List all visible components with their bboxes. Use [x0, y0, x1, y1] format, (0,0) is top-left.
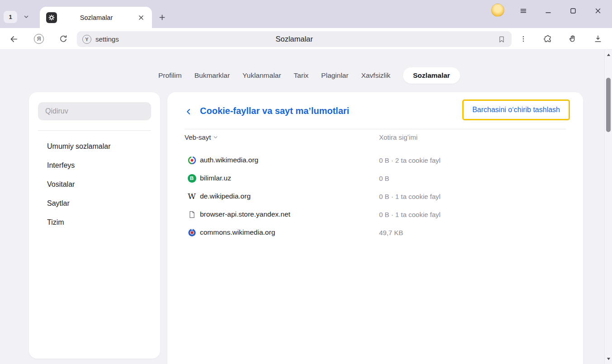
table-row[interactable]: browser-api.store.yandex.net 0 B · 1 ta … — [167, 205, 583, 223]
document-favicon — [187, 210, 196, 219]
close-button[interactable] — [592, 5, 604, 17]
table-row[interactable]: auth.wikimedia.org 0 B · 2 ta cookie fay… — [167, 151, 583, 169]
settings-gear-icon — [46, 12, 57, 23]
table-row[interactable]: B bilimlar.uz 0 B — [167, 169, 583, 187]
table-row[interactable]: commons.wikimedia.org 49,7 KB — [167, 223, 583, 241]
sort-chevron-icon — [213, 133, 218, 141]
site-storage: 49,7 KB — [379, 228, 403, 237]
tab-sozlamalar[interactable]: Sozlamalar — [40, 7, 152, 28]
sidebar-item-tizim[interactable]: Tizim — [29, 213, 160, 232]
settings-sidebar: Umumiy sozlamalar Interfeys Vositalar Sa… — [29, 92, 160, 359]
tab-group-chip[interactable]: 1 — [4, 11, 17, 23]
sort-by-site-control[interactable]: Veb-sayt — [185, 133, 218, 141]
back-chevron-icon[interactable] — [183, 106, 195, 118]
site-list: auth.wikimedia.org 0 B · 2 ta cookie fay… — [167, 151, 583, 241]
settings-page: Profilim Bukmarklar Yuklanmalar Tarix Pl… — [0, 50, 604, 364]
sidebar-list: Umumiy sozlamalar Interfeys Vositalar Sa… — [29, 137, 160, 232]
avatar[interactable] — [491, 4, 504, 17]
tab-close-icon[interactable] — [136, 12, 147, 23]
address-bar[interactable]: Y settings Sozlamalar — [77, 31, 512, 47]
chevron-down-icon — [24, 13, 29, 21]
extensions-puzzle-icon[interactable] — [541, 33, 554, 45]
address-url: settings — [95, 35, 119, 43]
tab-sozlamalar[interactable]: Sozlamalar — [403, 67, 460, 84]
tab-strip: 1 Sozlamalar — [0, 0, 612, 28]
cookies-header: Cookie-fayllar va sayt maʼlumotlari Barc… — [167, 92, 583, 129]
downloads-icon[interactable] — [592, 33, 604, 45]
delete-all-label: Barchasini oʻchirib tashlash — [472, 106, 560, 114]
reload-button[interactable] — [57, 33, 70, 45]
address-page-title: Sozlamalar — [77, 35, 512, 43]
maximize-button[interactable] — [567, 5, 579, 17]
scrollbar-thumb[interactable] — [606, 78, 611, 132]
site-name: commons.wikimedia.org — [200, 228, 275, 237]
browser-window: 1 Sozlamalar — [0, 0, 612, 364]
sidebar-item-umumiy-sozlamalar[interactable]: Umumiy sozlamalar — [29, 137, 160, 156]
wikipedia-favicon: W — [187, 192, 196, 201]
cookies-panel: Cookie-fayllar va sayt maʼlumotlari Barc… — [167, 92, 583, 364]
scroll-down-icon[interactable] — [605, 355, 612, 363]
site-name: de.wikipedia.org — [200, 192, 251, 201]
minimize-button[interactable] — [542, 5, 555, 17]
search-input[interactable] — [38, 102, 151, 120]
bilimlar-favicon: B — [187, 174, 196, 183]
site-name: auth.wikimedia.org — [200, 156, 258, 165]
back-button[interactable] — [7, 33, 20, 45]
scroll-up-icon[interactable] — [605, 51, 612, 59]
wikimedia-commons-favicon — [187, 228, 196, 237]
site-storage: 0 B — [379, 174, 389, 183]
column-size-label: Xotira sigʻimi — [379, 133, 417, 141]
bookmark-icon[interactable] — [496, 34, 507, 45]
column-site-label: Veb-sayt — [185, 133, 211, 141]
tab-yuklanmalar[interactable]: Yuklanmalar — [242, 67, 281, 84]
site-name: browser-api.store.yandex.net — [200, 210, 290, 219]
header-divider — [185, 129, 566, 129]
page-title: Cookie-fayllar va sayt maʼlumotlari — [200, 106, 349, 116]
yandex-logo-icon: Я — [34, 34, 44, 44]
navigation-toolbar: Я Y settings Sozlamalar — [0, 28, 612, 50]
tab-plaginlar[interactable]: Plaginlar — [321, 67, 348, 84]
tab-xavfsizlik[interactable]: Xavfsizlik — [361, 67, 390, 84]
tab-title: Sozlamalar — [57, 14, 136, 21]
site-storage: 0 B · 1 ta cookie fayl — [379, 210, 441, 219]
sidebar-divider — [38, 130, 151, 131]
vertical-scrollbar[interactable] — [604, 50, 612, 364]
site-name: bilimlar.uz — [200, 174, 231, 183]
sidebar-item-saytlar[interactable]: Saytlar — [29, 194, 160, 213]
new-tab-button[interactable] — [157, 12, 168, 23]
tab-profilim[interactable]: Profilim — [158, 67, 182, 84]
yandex-logo-button[interactable]: Я — [33, 33, 45, 45]
settings-nav-tabs: Profilim Bukmarklar Yuklanmalar Tarix Pl… — [158, 67, 460, 84]
table-row[interactable]: W de.wikipedia.org 0 B · 1 ta cookie fay… — [167, 187, 583, 205]
tab-group-caret-button[interactable] — [20, 11, 33, 23]
tab-bukmarklar[interactable]: Bukmarklar — [195, 67, 230, 84]
site-storage: 0 B · 2 ta cookie fayl — [379, 156, 441, 165]
sidebar-item-vositalar[interactable]: Vositalar — [29, 175, 160, 194]
site-storage: 0 B · 1 ta cookie fayl — [379, 192, 441, 201]
tab-group-count: 1 — [9, 14, 12, 20]
sidebar-item-interfeys[interactable]: Interfeys — [29, 156, 160, 175]
hand-gesture-icon[interactable] — [566, 33, 579, 45]
table-header: Veb-sayt Xotira sigʻimi — [167, 132, 583, 145]
menu-hamburger-icon[interactable] — [517, 5, 530, 17]
more-options-icon[interactable] — [517, 33, 530, 45]
tab-tarix[interactable]: Tarix — [294, 67, 308, 84]
delete-all-button[interactable]: Barchasini oʻchirib tashlash — [462, 99, 570, 120]
site-badge-icon: Y — [82, 35, 91, 44]
wikimedia-favicon — [187, 156, 196, 165]
